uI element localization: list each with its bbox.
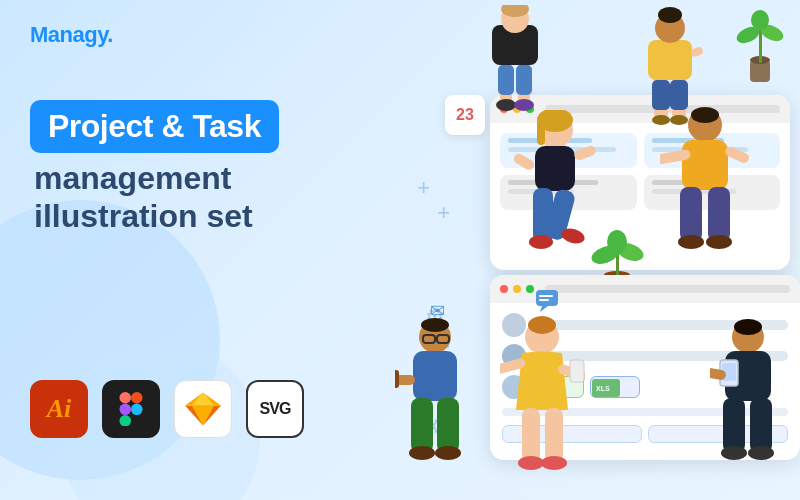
svg-marker-99 xyxy=(540,306,548,312)
svg-point-97 xyxy=(751,10,769,30)
svg-point-43 xyxy=(529,235,553,249)
svg-rect-87 xyxy=(723,398,745,453)
svg-rect-30 xyxy=(690,46,704,58)
svg-rect-4 xyxy=(119,415,131,426)
svg-rect-98 xyxy=(536,290,558,306)
svg-rect-40 xyxy=(535,146,575,191)
chat-bubble-icon xyxy=(536,290,560,312)
svg-point-36 xyxy=(607,230,627,254)
svg-point-80 xyxy=(541,456,567,470)
svg-rect-27 xyxy=(648,40,692,80)
svg-rect-1 xyxy=(131,392,143,404)
svg-point-89 xyxy=(721,446,747,460)
headline-highlight-box: Project & Task xyxy=(30,100,279,153)
browser-bottom-dot-yellow xyxy=(513,285,521,293)
character-bottom-mid xyxy=(500,315,585,495)
headline-sub: management illustration set xyxy=(30,159,370,236)
xls-icon: XLS xyxy=(591,377,641,399)
logo-text: Managy. xyxy=(30,22,113,47)
svg-rect-3 xyxy=(131,404,143,416)
svg-rect-88 xyxy=(750,398,772,453)
browser-bottom-dot-green xyxy=(526,285,534,293)
svg-rect-51 xyxy=(708,187,730,242)
svg-rect-49 xyxy=(682,140,728,190)
svg-point-53 xyxy=(706,235,732,249)
tool-svg: SVG xyxy=(246,380,304,438)
svg-rect-14 xyxy=(498,65,514,95)
svg-rect-67 xyxy=(395,370,399,388)
svg-rect-68 xyxy=(411,398,433,453)
character-bottom-right xyxy=(710,315,785,490)
ai-label: Ai xyxy=(47,394,72,424)
calendar-badge: 23 xyxy=(445,95,485,135)
svg-rect-46 xyxy=(573,144,597,161)
plant-top-right xyxy=(735,5,785,85)
svg-rect-101 xyxy=(539,299,549,301)
character-bottom-left xyxy=(395,315,475,490)
svg-rect-77 xyxy=(522,408,540,463)
tool-illustrator: Ai xyxy=(30,380,88,438)
svg-point-70 xyxy=(409,446,435,460)
svg-point-52 xyxy=(678,235,704,249)
svg-rect-39 xyxy=(537,120,545,145)
illustration-area: + + + ✉ ⚙ ⚙ xyxy=(320,0,800,500)
svg-point-73 xyxy=(528,316,556,334)
svg-point-83 xyxy=(734,319,762,335)
character-female xyxy=(505,110,605,285)
logo: Managy. xyxy=(30,22,113,48)
svg-point-90 xyxy=(748,446,774,460)
figma-icon xyxy=(117,392,145,426)
task-accent-blue: XLS xyxy=(590,376,640,398)
browser-bottom-dot-red xyxy=(500,285,508,293)
svg-point-48 xyxy=(691,107,719,123)
browser-bottom-urlbar xyxy=(545,285,790,293)
svg-rect-65 xyxy=(413,351,457,401)
svg-rect-78 xyxy=(545,408,563,463)
tools-row: Ai SVG xyxy=(30,380,304,438)
svg-rect-50 xyxy=(680,187,702,242)
headline-line1: Project & Task xyxy=(48,108,261,144)
sketch-icon xyxy=(185,391,221,427)
svg-point-29 xyxy=(658,7,682,23)
svg-rect-2 xyxy=(119,404,131,416)
plus-deco-2: + xyxy=(437,200,450,226)
character-male-yellow xyxy=(660,105,750,280)
tool-figma xyxy=(102,380,160,438)
svg-rect-15 xyxy=(516,65,532,95)
svg-point-71 xyxy=(435,446,461,460)
svg-rect-45 xyxy=(512,152,536,172)
plus-deco-1: + xyxy=(417,175,430,201)
calendar-day: 23 xyxy=(456,106,474,124)
svg-rect-81 xyxy=(570,360,584,382)
svg-label: SVG xyxy=(260,400,291,418)
svg-point-79 xyxy=(518,456,544,470)
svg-rect-69 xyxy=(437,398,459,453)
svg-rect-0 xyxy=(119,392,131,404)
svg-text:XLS: XLS xyxy=(596,385,610,392)
headline-area: Project & Task management illustration s… xyxy=(30,100,370,236)
tool-sketch xyxy=(174,380,232,438)
svg-point-64 xyxy=(421,318,449,332)
svg-rect-100 xyxy=(539,295,553,297)
